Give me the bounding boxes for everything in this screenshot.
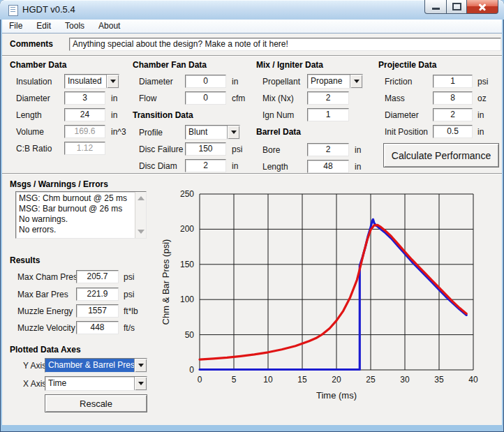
chevron-down-icon[interactable] xyxy=(134,377,147,390)
message-line: No warnings. xyxy=(19,214,135,225)
form-body: Comments Anything special about the desi… xyxy=(2,33,502,425)
profile-select[interactable]: Blunt xyxy=(185,125,240,140)
mass-unit: oz xyxy=(477,94,487,103)
init-position-label: Init Position xyxy=(385,127,428,137)
cb-ratio-field: 1.12 xyxy=(64,142,105,155)
menu-file[interactable]: File xyxy=(2,20,29,33)
menu-about[interactable]: About xyxy=(91,20,127,33)
chevron-down-icon[interactable] xyxy=(227,126,239,139)
chevron-down-icon[interactable] xyxy=(106,75,119,88)
init-position-input[interactable]: 0.5 xyxy=(433,125,473,138)
friction-label: Friction xyxy=(385,77,412,87)
propellant-label: Propellant xyxy=(262,77,300,87)
muzzle-velocity-unit: ft/s xyxy=(124,323,135,333)
title-bar[interactable]: HGDT v0.5.4 xyxy=(0,0,504,20)
y-axis-title: Chm & Bar Pres (psi) xyxy=(161,239,171,325)
calculate-performance-button[interactable]: Calculate Performance xyxy=(383,143,499,167)
muzzle-velocity-field: 448 xyxy=(76,321,119,334)
propellant-select[interactable]: Propane xyxy=(307,74,363,89)
y-tick-label: 250 xyxy=(180,189,194,199)
profile-label: Profile xyxy=(139,128,163,137)
y-tick-label: 0 xyxy=(189,365,194,375)
insulation-select[interactable]: Insulated xyxy=(64,74,119,89)
x-tick-label: 25 xyxy=(366,375,376,385)
fan-diameter-unit: in xyxy=(232,77,238,87)
barrel-length-input[interactable]: 48 xyxy=(307,160,349,173)
caption-buttons xyxy=(424,0,498,14)
chamber-length-input[interactable]: 24 xyxy=(64,108,105,121)
friction-input[interactable]: 1 xyxy=(433,75,473,88)
mass-label: Mass xyxy=(385,94,405,103)
pressure-chart: 0501001502002500510152025303540Chm & Bar… xyxy=(159,177,504,415)
mix-nx-input[interactable]: 2 xyxy=(307,91,349,105)
menu-edit[interactable]: Edit xyxy=(29,20,58,33)
x-tick-label: 20 xyxy=(332,375,341,385)
maximize-button[interactable] xyxy=(446,0,467,14)
comments-input[interactable]: Anything special about the design? Make … xyxy=(69,38,501,51)
disc-diam-unit: in xyxy=(232,161,238,171)
message-line: No errors. xyxy=(19,225,135,235)
x-tick-label: 15 xyxy=(297,375,307,385)
fan-flow-input[interactable]: 0 xyxy=(185,91,226,105)
messages-listbox[interactable]: MSG: Chm burnout @ 25 ms MSG: Bar burnou… xyxy=(15,191,147,239)
series-barrel-pressure xyxy=(200,219,466,369)
minimize-icon xyxy=(432,8,440,10)
fan-diameter-label: Diameter xyxy=(139,77,173,87)
chamber-volume-label: Volume xyxy=(16,127,44,137)
ign-num-input[interactable]: 1 xyxy=(307,108,349,121)
x-axis-select[interactable]: Time xyxy=(45,376,147,391)
muzzle-energy-label: Muzzle Energy xyxy=(17,306,73,316)
disc-diam-input[interactable]: 2 xyxy=(185,159,226,172)
maximize-icon xyxy=(452,3,461,10)
fan-diameter-input[interactable]: 0 xyxy=(185,75,226,88)
projectile-diameter-input[interactable]: 2 xyxy=(433,108,473,121)
y-tick-label: 50 xyxy=(185,330,195,340)
max-cham-pres-unit: psi xyxy=(124,272,134,282)
projectile-diameter-unit: in xyxy=(477,110,484,120)
close-button[interactable] xyxy=(466,0,498,14)
fan-data-title: Chamber Fan Data xyxy=(133,60,207,70)
scroll-up-icon[interactable] xyxy=(138,196,144,200)
close-icon xyxy=(477,3,487,11)
x-axis-title: Time (ms) xyxy=(316,390,357,401)
muzzle-energy-field: 1557 xyxy=(76,304,119,318)
muzzle-velocity-label: Muzzle Velocity xyxy=(17,323,75,333)
messages-scrollbar[interactable] xyxy=(135,192,146,238)
x-tick-label: 10 xyxy=(263,375,273,385)
scroll-down-icon[interactable] xyxy=(138,230,144,234)
chevron-down-icon[interactable] xyxy=(350,75,362,88)
transition-data-title: Transition Data xyxy=(133,110,193,120)
x-tick-label: 40 xyxy=(468,375,478,385)
barrel-data-title: Barrel Data xyxy=(256,127,301,137)
mass-input[interactable]: 8 xyxy=(433,91,473,105)
ign-num-label: Ign Num xyxy=(262,110,294,120)
menu-tools[interactable]: Tools xyxy=(58,20,91,33)
y-axis-label: Y Axis xyxy=(23,361,46,371)
bore-unit: in xyxy=(355,145,361,155)
projectile-data-title: Projectile Data xyxy=(378,60,436,70)
disc-failure-label: Disc Failure xyxy=(139,144,183,154)
init-position-unit: in xyxy=(477,127,484,137)
chamber-diameter-input[interactable]: 3 xyxy=(64,91,105,105)
app-icon xyxy=(8,5,18,16)
menu-bar: File Edit Tools About xyxy=(2,20,502,33)
disc-failure-input[interactable]: 150 xyxy=(185,142,226,156)
mix-nx-label: Mix (Nx) xyxy=(262,94,294,103)
x-axis-label: X Axis xyxy=(23,379,46,389)
chamber-data-title: Chamber Data xyxy=(10,60,66,70)
bore-label: Bore xyxy=(262,145,280,155)
x-tick-label: 0 xyxy=(198,375,202,385)
disc-diam-label: Disc Diam xyxy=(139,161,177,171)
friction-unit: psi xyxy=(477,77,488,87)
comments-label: Comments xyxy=(10,39,53,49)
bore-input[interactable]: 2 xyxy=(307,143,349,156)
messages-title: Msgs / Warnings / Errors xyxy=(10,179,108,189)
barrel-length-label: Length xyxy=(262,162,288,172)
max-bar-pres-field: 221.9 xyxy=(76,288,119,301)
cb-ratio-label: C:B Ratio xyxy=(16,144,52,154)
chamber-diameter-unit: in xyxy=(111,94,117,103)
y-axis-select[interactable]: Chamber & Barrel Pressure xyxy=(45,358,147,373)
minimize-button[interactable] xyxy=(424,0,447,14)
chevron-down-icon[interactable] xyxy=(134,359,147,372)
rescale-button[interactable]: Rescale xyxy=(45,394,147,412)
